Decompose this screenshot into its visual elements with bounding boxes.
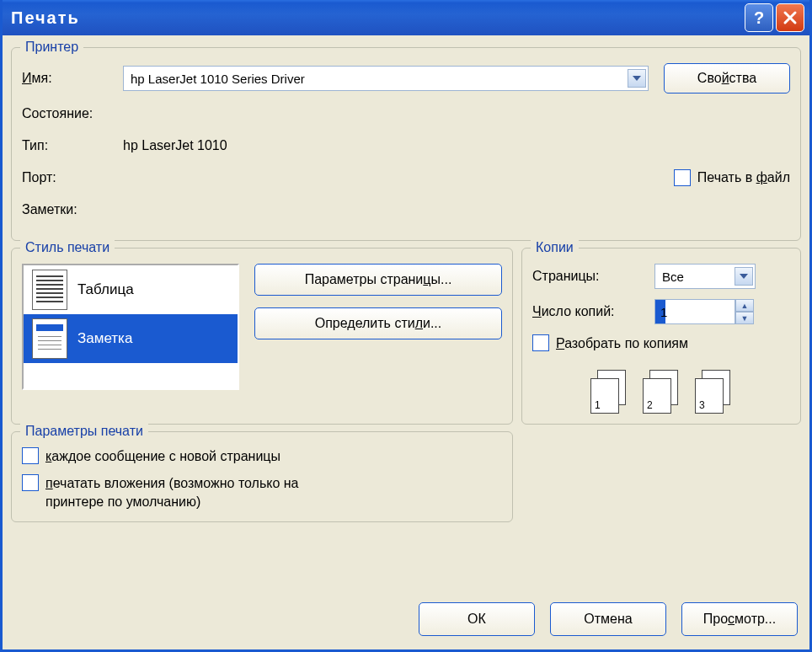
chevron-down-icon: [735, 267, 753, 286]
printer-name-combo[interactable]: hp LaserJet 1010 Series Driver: [123, 66, 649, 91]
middle-row: Стиль печати Таблица Заметка Парамет: [11, 248, 801, 425]
copies-count-label: Число копий:: [532, 304, 654, 319]
type-value: hp LaserJet 1010: [123, 138, 227, 153]
name-label: Имя:: [22, 71, 123, 86]
printer-group: Принтер Имя: hp LaserJet 1010 Series Dri…: [11, 47, 801, 241]
style-item-memo[interactable]: Заметка: [24, 314, 238, 363]
printer-legend: Принтер: [20, 40, 83, 55]
copies-group: Копии Страницы: Все Число копий:: [521, 248, 801, 425]
pages-label: Страницы:: [532, 269, 654, 284]
print-params-group: Параметры печати каждое сообщение с ново…: [11, 431, 513, 522]
ok-button[interactable]: ОК: [419, 602, 535, 636]
print-params-legend: Параметры печати: [20, 424, 148, 439]
define-styles-button[interactable]: Определить стили...: [254, 307, 502, 339]
style-item-table[interactable]: Таблица: [24, 265, 238, 314]
spin-down-icon[interactable]: ▼: [735, 312, 754, 324]
new-page-checkbox[interactable]: [22, 447, 39, 464]
pages-combo[interactable]: Все: [654, 264, 756, 289]
collate-illustration: 11 22 33: [532, 370, 790, 414]
print-to-file-checkbox[interactable]: [674, 169, 691, 186]
comments-label: Заметки:: [22, 202, 123, 217]
page-setup-button[interactable]: Параметры страницы...: [254, 264, 502, 296]
copies-input[interactable]: [654, 299, 735, 324]
copies-spinner[interactable]: ▲ ▼: [654, 299, 756, 324]
attachments-checkbox[interactable]: [22, 474, 39, 491]
status-label: Состояние:: [22, 106, 123, 121]
attachments-label: печатать вложения (возможно только напри…: [45, 474, 299, 511]
cancel-button[interactable]: Отмена: [550, 602, 666, 636]
help-button[interactable]: ?: [745, 3, 773, 32]
style-item-label: Таблица: [77, 281, 134, 298]
port-label: Порт:: [22, 170, 123, 185]
printer-name-value: hp LaserJet 1010 Series Driver: [131, 72, 628, 86]
new-page-label: каждое сообщение с новой страницы: [45, 447, 280, 466]
collate-label: Разобрать по копиям: [556, 334, 688, 353]
page-icon: 1: [590, 378, 619, 414]
type-label: Тип:: [22, 138, 123, 153]
window-title: Печать: [11, 8, 742, 28]
print-to-file-label: Печать в файл: [697, 170, 790, 185]
style-item-label: Заметка: [77, 330, 132, 347]
print-style-group: Стиль печати Таблица Заметка Парамет: [11, 248, 513, 425]
preview-button[interactable]: Просмотр...: [681, 602, 798, 636]
style-list[interactable]: Таблица Заметка: [22, 264, 239, 390]
page-icon: 2: [643, 378, 671, 414]
memo-icon: [32, 318, 67, 359]
dialog-footer: ОК Отмена Просмотр...: [3, 594, 809, 649]
pages-value: Все: [662, 270, 735, 284]
dialog-content: Принтер Имя: hp LaserJet 1010 Series Dri…: [3, 35, 809, 594]
copies-legend: Копии: [531, 240, 579, 255]
print-style-legend: Стиль печати: [20, 240, 115, 255]
print-dialog: Печать ? Принтер Имя: hp LaserJet 1010 S…: [0, 0, 812, 652]
spin-up-icon[interactable]: ▲: [735, 299, 754, 312]
close-button[interactable]: [776, 3, 804, 32]
chevron-down-icon: [628, 69, 646, 88]
collate-checkbox[interactable]: [532, 334, 549, 351]
page-icon: 3: [695, 378, 724, 414]
titlebar[interactable]: Печать ?: [3, 0, 809, 35]
table-icon: [32, 270, 67, 310]
properties-button[interactable]: Свойства: [664, 63, 790, 94]
